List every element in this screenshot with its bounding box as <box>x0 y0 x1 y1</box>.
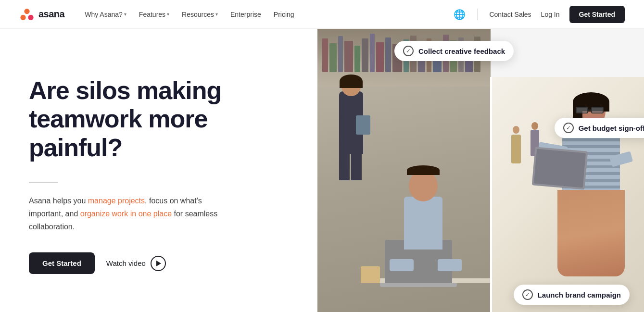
book-8 <box>376 42 384 72</box>
description-text-before: Asana helps you <box>29 197 88 205</box>
nav-pricing[interactable]: Pricing <box>269 8 299 21</box>
book-1 <box>322 38 328 72</box>
laptop-screen-held <box>534 149 586 188</box>
hair <box>407 165 440 175</box>
image-panel-left <box>317 29 491 312</box>
badge-launch-campaign: ✓ Launch brand campaign <box>514 285 630 305</box>
arm-r <box>438 259 462 271</box>
person-hair <box>340 75 363 88</box>
page-layout: Are silos making teamwork more painful? … <box>0 29 644 312</box>
badge-collect-text: Collect creative feedback <box>418 47 505 55</box>
skirt <box>557 190 625 276</box>
figure-head-1 <box>513 126 519 134</box>
check-circle-icon-launch: ✓ <box>522 289 533 300</box>
watch-video-button[interactable]: Watch video <box>106 256 166 271</box>
watch-video-label: Watch video <box>106 259 146 267</box>
hero-actions: Get Started Watch video <box>29 252 289 274</box>
svg-point-2 <box>28 14 33 20</box>
arm-l <box>390 259 414 271</box>
logo-text: asana <box>38 9 64 20</box>
hero-get-started-button[interactable]: Get Started <box>29 252 95 274</box>
nav-enterprise[interactable]: Enterprise <box>226 8 266 21</box>
badge-budget-signoff: ✓ Get budget sign-off <box>555 118 644 138</box>
play-triangle-icon <box>156 261 161 266</box>
nav-why-asana[interactable]: Why Asana? ▾ <box>80 8 131 21</box>
nav-resources[interactable]: Resources ▾ <box>177 8 223 21</box>
book-9 <box>385 37 391 72</box>
chevron-down-icon: ▾ <box>167 12 169 17</box>
person-sitting <box>375 173 491 312</box>
book-5 <box>354 46 360 72</box>
glasses <box>576 107 606 115</box>
person-standing <box>332 77 370 183</box>
chevron-down-icon: ▾ <box>215 12 218 17</box>
person-leg-l <box>339 151 350 180</box>
check-circle-icon-budget: ✓ <box>563 123 574 133</box>
check-circle-icon: ✓ <box>403 46 414 56</box>
laptop-base <box>380 283 457 287</box>
hero-headline: Are silos making teamwork more painful? <box>29 76 289 162</box>
walking-figure-1 <box>511 135 521 163</box>
play-circle-icon <box>151 256 166 271</box>
check-mark-budget: ✓ <box>566 125 571 131</box>
glass-right <box>591 107 604 113</box>
globe-icon[interactable]: 🌐 <box>454 9 466 20</box>
photo-office-right <box>492 77 644 312</box>
svg-point-0 <box>24 9 29 14</box>
shirt <box>404 197 442 250</box>
nav-features[interactable]: Features ▾ <box>134 8 174 21</box>
hero-images: ✓ Collect creative feedback ✓ Get budget… <box>317 29 644 312</box>
book-7 <box>370 34 375 72</box>
contact-sales-link[interactable]: Contact Sales <box>489 11 531 18</box>
figure-head-2 <box>531 122 538 130</box>
book-4 <box>344 41 353 72</box>
laptop-held <box>532 147 588 189</box>
book-3 <box>338 36 343 72</box>
check-mark: ✓ <box>406 48 411 54</box>
manage-projects-link[interactable]: manage projects <box>88 197 145 205</box>
badge-collect-feedback: ✓ Collect creative feedback <box>394 41 514 61</box>
navigation: asana Why Asana? ▾ Features ▾ Resources … <box>0 0 644 29</box>
nav-links: Why Asana? ▾ Features ▾ Resources ▾ Ente… <box>80 8 454 21</box>
box <box>361 266 380 283</box>
glass-left <box>576 107 588 113</box>
tablet <box>356 115 370 135</box>
photo-office-left <box>317 29 491 312</box>
image-panel-right <box>490 77 644 312</box>
hero-description: Asana helps you manage projects, focus o… <box>29 194 221 234</box>
nav-get-started-button[interactable]: Get Started <box>569 6 625 23</box>
check-mark-launch: ✓ <box>525 291 530 298</box>
figure-body-1 <box>511 135 521 163</box>
logo[interactable]: asana <box>19 7 64 22</box>
nav-right: 🌐 Contact Sales Log In Get Started <box>454 6 625 23</box>
hero-section: Are silos making teamwork more painful? … <box>0 29 317 312</box>
book-2 <box>329 43 337 72</box>
svg-point-1 <box>20 14 25 20</box>
badge-budget-text: Get budget sign-off <box>579 124 644 132</box>
person-leg-r <box>351 151 362 180</box>
chevron-down-icon: ▾ <box>124 12 126 17</box>
book-6 <box>362 38 368 72</box>
nav-divider <box>477 9 478 20</box>
hero-divider <box>29 182 58 183</box>
login-link[interactable]: Log In <box>541 11 560 18</box>
organize-work-link[interactable]: organize work in one place <box>80 210 172 218</box>
badge-launch-text: Launch brand campaign <box>538 291 621 299</box>
